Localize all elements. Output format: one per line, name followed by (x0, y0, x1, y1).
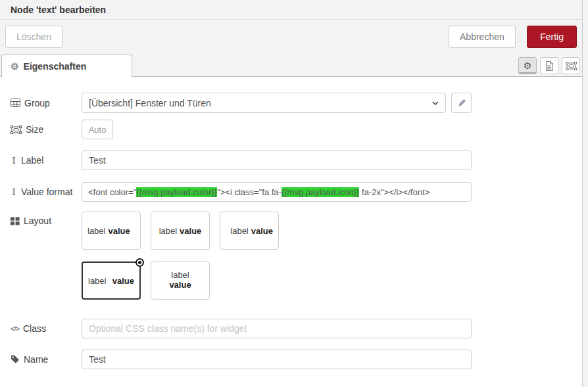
edit-node-tray: Node 'text' bearbeiten Löschen Abbrechen… (0, 0, 583, 387)
layout-option-label-left-value-right[interactable]: label value (82, 262, 141, 300)
label-input[interactable] (82, 150, 472, 170)
done-button[interactable]: Fertig (527, 26, 577, 48)
class-input[interactable] (82, 319, 472, 338)
layout-label: Layout (11, 216, 82, 226)
size-label: Size (11, 124, 82, 135)
tab-properties[interactable]: ⚙ Eigenschaften (1, 55, 132, 77)
group-select[interactable]: [Übersicht] Fenster und Türen (82, 93, 446, 113)
chevron-down-icon (432, 101, 439, 105)
tab-bar: ⚙ Eigenschaften ⚙ (0, 55, 582, 77)
layout-options-row-1: label value label value label value (82, 212, 279, 250)
layout-option-label-value-left[interactable]: label value (82, 212, 141, 250)
vf-segment: fa-2x"></i></font> (359, 187, 429, 197)
vf-segment-highlighted: {{msg.payload.icon}} (282, 187, 360, 197)
toolbar-right-group: Abbrechen Fertig (449, 26, 577, 48)
dialog-title: Node 'text' bearbeiten (11, 5, 106, 15)
vf-segment: <font color=" (88, 187, 136, 197)
object-group-icon (11, 125, 22, 135)
class-label: </> Class (11, 323, 82, 334)
gear-icon: ⚙ (11, 62, 19, 71)
class-row: </> Class (11, 319, 572, 338)
vf-segment-highlighted: {{msg.payload.color}} (136, 187, 217, 197)
group-label: Group (11, 98, 82, 108)
code-icon: </> (11, 325, 19, 332)
layout-option-label-value-center[interactable]: label value (151, 212, 210, 250)
th-large-icon (11, 217, 20, 225)
tag-icon (11, 355, 20, 364)
table-icon (11, 99, 20, 107)
layout-options-row-2: label value label value (82, 262, 279, 300)
layout-option-label-over-value[interactable]: label value (151, 262, 210, 300)
file-text-icon (545, 61, 553, 71)
properties-view-button[interactable]: ⚙ (518, 57, 537, 74)
label-row: I Label (11, 150, 572, 170)
i-cursor-icon: I (11, 156, 17, 166)
properties-form: Group [Übersicht] Fenster und Türen (0, 77, 582, 369)
value-format-label: I Value format (11, 187, 82, 197)
layout-row: Layout label value label value label val… (11, 212, 572, 300)
object-group-icon (566, 61, 577, 71)
size-row: Size Auto (11, 120, 572, 139)
value-format-row: I Value format <font color="{{msg.payloa… (11, 182, 572, 202)
selected-radio-icon (135, 258, 144, 267)
description-view-button[interactable] (540, 57, 558, 74)
pencil-icon (457, 99, 466, 108)
size-auto-button[interactable]: Auto (82, 120, 113, 139)
value-format-input[interactable]: <font color="{{msg.payload.color}}"><i c… (82, 182, 472, 202)
tab-icon-buttons: ⚙ (518, 57, 580, 74)
label-field-label: I Label (11, 155, 82, 166)
appearance-view-button[interactable] (562, 57, 580, 74)
name-row: Name (11, 350, 572, 369)
name-input[interactable] (82, 350, 472, 369)
vf-segment: "><i class="fa fa- (217, 187, 282, 197)
group-select-value: [Übersicht] Fenster und Türen (89, 98, 211, 108)
cancel-button[interactable]: Abbrechen (449, 26, 516, 48)
tray-header: Node 'text' bearbeiten (0, 0, 582, 20)
tray-toolbar: Löschen Abbrechen Fertig (0, 20, 582, 55)
tab-properties-label: Eigenschaften (24, 61, 87, 72)
layout-option-label-value-right[interactable]: label value (220, 212, 279, 250)
i-cursor-icon: I (11, 187, 17, 197)
name-label: Name (11, 354, 82, 365)
group-row: Group [Übersicht] Fenster und Türen (11, 93, 572, 113)
delete-button[interactable]: Löschen (5, 26, 62, 48)
layout-options: label value label value label value labe… (82, 212, 279, 300)
edit-group-button[interactable] (451, 93, 472, 113)
gear-icon: ⚙ (524, 60, 532, 71)
